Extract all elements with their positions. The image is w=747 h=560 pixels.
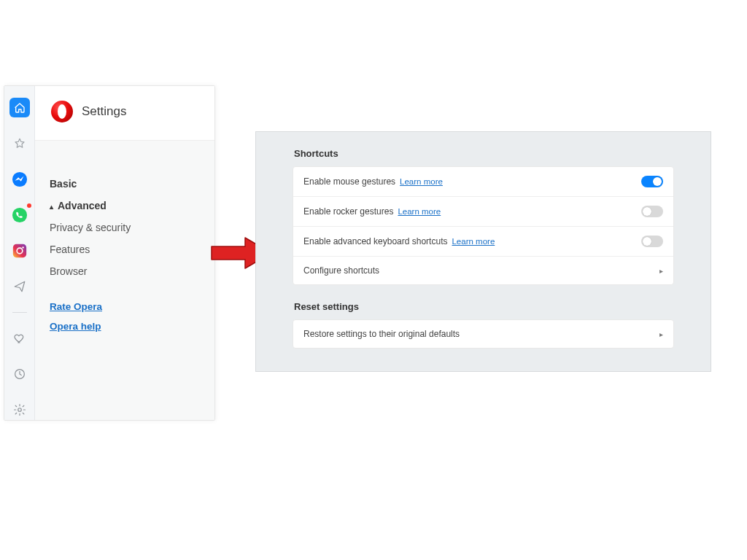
settings-left-panel: Settings Basic Advanced Privacy & securi… [4,85,215,421]
toggle-mouse-gestures[interactable] [641,176,663,187]
row-keyboard-shortcuts-label: Enable advanced keyboard shortcuts [303,236,447,246]
toggle-rocker-gestures[interactable] [641,206,663,217]
instagram-icon[interactable] [9,241,30,260]
star-icon[interactable] [9,133,30,153]
chevron-right-icon: ▸ [659,330,663,338]
nav-advanced[interactable]: Advanced [50,195,200,217]
chevron-right-icon: ▸ [659,267,663,275]
svg-rect-2 [12,244,26,257]
row-mouse-gestures: Enable mouse gestures Learn more [293,167,673,197]
row-mouse-gestures-left: Enable mouse gestures Learn more [303,176,443,187]
opera-logo-icon [51,101,73,122]
nav-rate-opera-link[interactable]: Rate Opera [50,297,200,316]
home-icon[interactable] [9,98,30,117]
whatsapp-icon[interactable] [9,205,30,225]
svg-point-1 [12,207,26,222]
settings-title: Settings [82,104,126,119]
notification-dot-icon [27,203,31,208]
clock-icon[interactable] [9,365,30,384]
nav-spacer [50,282,200,297]
toggle-knob-icon [643,237,651,246]
row-mouse-gestures-label: Enable mouse gestures [303,176,395,187]
row-keyboard-shortcuts: Enable advanced keyboard shortcuts Learn… [293,227,673,257]
row-keyboard-shortcuts-left: Enable advanced keyboard shortcuts Learn… [303,236,495,246]
settings-nav: Settings Basic Advanced Privacy & securi… [35,86,214,420]
learn-more-link[interactable]: Learn more [398,207,441,216]
settings-nav-body: Basic Advanced Privacy & security Featur… [35,141,214,420]
gear-icon[interactable] [9,400,30,420]
configure-shortcuts-row[interactable]: Configure shortcuts ▸ [293,257,673,284]
rail-divider [12,312,27,313]
nav-browser[interactable]: Browser [50,260,200,282]
svg-point-4 [22,246,23,248]
shortcuts-card: Enable mouse gestures Learn more Enable … [293,166,674,285]
heart-icon[interactable] [9,329,30,349]
reset-section-title: Reset settings [294,301,674,312]
toggle-keyboard-shortcuts[interactable] [641,236,663,247]
nav-privacy[interactable]: Privacy & security [50,217,200,238]
restore-defaults-row[interactable]: Restore settings to their original defau… [293,320,673,348]
svg-point-6 [18,408,21,412]
settings-detail-panel: Shortcuts Enable mouse gestures Learn mo… [255,131,711,372]
learn-more-link[interactable]: Learn more [452,237,495,246]
send-icon[interactable] [9,276,30,296]
messenger-icon[interactable] [9,169,30,189]
row-rocker-gestures-left: Enable rocker gestures Learn more [303,206,441,217]
reset-card: Restore settings to their original defau… [293,319,674,349]
toggle-knob-icon [643,207,651,216]
row-rocker-gestures: Enable rocker gestures Learn more [293,197,673,227]
restore-defaults-label: Restore settings to their original defau… [303,329,460,339]
nav-basic[interactable]: Basic [50,173,200,195]
learn-more-link[interactable]: Learn more [400,177,443,186]
nav-features[interactable]: Features [50,238,200,260]
configure-shortcuts-label: Configure shortcuts [303,265,379,276]
nav-opera-help-link[interactable]: Opera help [50,316,200,336]
row-rocker-gestures-label: Enable rocker gestures [303,206,393,217]
settings-header: Settings [35,86,214,141]
icon-rail [4,86,35,420]
toggle-knob-icon [653,177,662,186]
shortcuts-section-title: Shortcuts [294,148,674,159]
